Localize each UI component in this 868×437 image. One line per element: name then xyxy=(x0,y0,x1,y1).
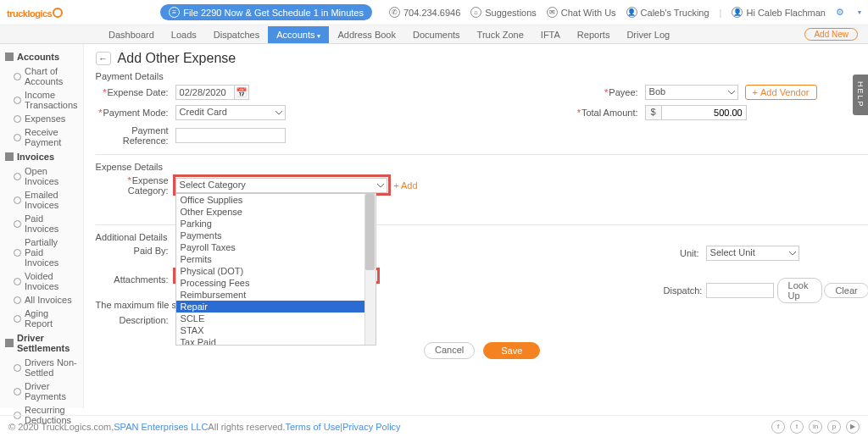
nav-documents[interactable]: Documents xyxy=(404,26,469,43)
sidebar-item-all-invoices[interactable]: All Invoices xyxy=(0,293,83,307)
nav-accounts[interactable]: Accounts xyxy=(268,26,329,43)
plus-icon: + xyxy=(753,87,758,97)
facebook-icon[interactable]: f xyxy=(771,420,785,434)
bullet-icon xyxy=(14,134,21,141)
company-link[interactable]: 👤Caleb's Trucking xyxy=(626,7,709,18)
label-category: Expense Category: xyxy=(96,175,175,196)
save-button[interactable]: Save xyxy=(483,342,540,359)
settings-icon[interactable]: ⚙ xyxy=(836,7,848,19)
label-attachments: Attachments: xyxy=(96,274,175,285)
sidebar-group-accounts[interactable]: Accounts xyxy=(0,49,83,64)
look-up-button[interactable]: Look Up xyxy=(777,278,822,303)
footer: © 2020 TruckLogics.com, SPAN Enterprises… xyxy=(0,415,868,437)
sidebar-group-invoices[interactable]: Invoices xyxy=(0,149,83,164)
category-dropdown-list[interactable]: Office SuppliesOther ExpenseParkingPayme… xyxy=(175,193,376,346)
group-icon xyxy=(5,339,14,347)
label-dispatch: Dispatch: xyxy=(664,285,706,296)
dispatch-input[interactable] xyxy=(706,283,774,298)
file-2290-button[interactable]: ≡File 2290 Now & Get Schedule 1 in Minut… xyxy=(160,4,372,20)
category-option-processing-fees[interactable]: Processing Fees xyxy=(176,277,376,289)
expense-category-select[interactable]: Select Category xyxy=(175,178,387,193)
nav-dispatches[interactable]: Dispatches xyxy=(205,26,268,43)
category-option-payments[interactable]: Payments xyxy=(176,230,376,241)
group-icon xyxy=(5,152,14,161)
sidebar-item-partially-paid-invoices[interactable]: Partially Paid Invoices xyxy=(0,235,83,269)
privacy-link[interactable]: Privacy Policy xyxy=(342,422,400,432)
sidebar-group-driver-settlements[interactable]: Driver Settlements xyxy=(0,330,83,356)
chat-icon: ✉ xyxy=(547,7,558,18)
sidebar-item-receive-payment[interactable]: Receive Payment xyxy=(0,125,83,149)
linkedin-icon[interactable]: in xyxy=(809,420,822,434)
bullet-icon xyxy=(14,249,21,257)
category-option-scle[interactable]: SCLE xyxy=(176,313,376,324)
dropdown-scrollbar[interactable] xyxy=(364,194,376,345)
category-option-payroll-taxes[interactable]: Payroll Taxes xyxy=(176,241,376,253)
nav-driver-log[interactable]: Driver Log xyxy=(618,26,678,43)
pinterest-icon[interactable]: p xyxy=(827,420,841,434)
total-amount-input[interactable] xyxy=(662,105,747,120)
sidebar-item-voided-invoices[interactable]: Voided Invoices xyxy=(0,269,83,293)
category-option-physical-dot-[interactable]: Physical (DOT) xyxy=(176,265,376,277)
help-tab[interactable]: HELP xyxy=(853,75,868,115)
add-new-button[interactable]: Add New xyxy=(804,28,858,41)
youtube-icon[interactable]: ▶ xyxy=(846,420,860,434)
sidebar-item-income-transactions[interactable]: Income Transactions xyxy=(0,88,83,112)
sidebar-item-chart-of-accounts[interactable]: Chart of Accounts xyxy=(0,64,83,88)
terms-link[interactable]: Terms of Use xyxy=(285,422,340,432)
category-option-tax-paid[interactable]: Tax Paid xyxy=(176,336,376,346)
sidebar-item-driver-payments[interactable]: Driver Payments xyxy=(0,379,83,403)
logo[interactable]: trucklogics xyxy=(7,5,63,20)
plus-icon: + xyxy=(394,180,399,191)
suggestions-link[interactable]: ☼Suggestions xyxy=(470,7,537,18)
payee-select[interactable]: Bob xyxy=(645,85,738,100)
user-greeting[interactable]: 👤Hi Caleb Flachman xyxy=(732,7,826,18)
nav-truck-zone[interactable]: Truck Zone xyxy=(469,26,532,43)
calendar-icon[interactable]: 📅 xyxy=(234,85,249,100)
category-option-permits[interactable]: Permits xyxy=(176,253,376,265)
category-option-repair[interactable]: Repair xyxy=(176,301,376,313)
nav-dashboard[interactable]: Dashboard xyxy=(100,26,163,43)
category-option-parking[interactable]: Parking xyxy=(176,218,376,230)
category-option-reimbursement[interactable]: Reimbursement xyxy=(176,289,376,301)
nav-loads[interactable]: Loads xyxy=(163,26,205,43)
category-option-other-expense[interactable]: Other Expense xyxy=(176,206,376,218)
sidebar-item-drivers-non-settled[interactable]: Drivers Non-Settled xyxy=(0,356,83,379)
group-icon xyxy=(5,53,14,61)
sidebar-item-open-invoices[interactable]: Open Invoices xyxy=(0,164,83,188)
add-category-button[interactable]: +Add xyxy=(394,180,418,191)
settings-chevron-icon[interactable]: ▾ xyxy=(858,8,861,16)
nav-ifta[interactable]: IFTA xyxy=(532,26,569,43)
bullet-icon xyxy=(14,278,21,285)
sidebar-item-aging-report[interactable]: Aging Report xyxy=(0,307,83,330)
unit-select[interactable]: Select Unit xyxy=(706,246,799,261)
page-title: Add Other Expense xyxy=(118,51,236,66)
payment-mode-select[interactable]: Credit Card xyxy=(175,105,286,120)
bullet-icon xyxy=(14,97,21,104)
label-expense-date: Expense Date: xyxy=(96,87,175,97)
twitter-icon[interactable]: t xyxy=(790,420,804,434)
back-button[interactable]: ← xyxy=(96,52,111,65)
content-area: ← Add Other Expense Payment Details Expe… xyxy=(84,44,868,408)
sidebar-item-emailed-invoices[interactable]: Emailed Invoices xyxy=(0,188,83,212)
sidebar-item-expenses[interactable]: Expenses xyxy=(0,112,83,125)
span-enterprises-link[interactable]: SPAN Enterprises LLC xyxy=(114,422,208,432)
payment-reference-input[interactable] xyxy=(175,128,286,143)
nav-reports[interactable]: Reports xyxy=(569,26,619,43)
bullet-icon xyxy=(14,73,21,80)
section-payment-details: Payment Details xyxy=(96,71,868,81)
section-expense-details: Expense Details xyxy=(96,162,868,172)
nav-address-book[interactable]: Address Book xyxy=(329,26,403,43)
clear-button[interactable]: Clear xyxy=(824,283,868,298)
category-option-office-supplies[interactable]: Office Supplies xyxy=(176,194,376,206)
chat-link[interactable]: ✉Chat With Us xyxy=(547,7,616,18)
sidebar-item-paid-invoices[interactable]: Paid Invoices xyxy=(0,212,83,235)
category-option-stax[interactable]: STAX xyxy=(176,324,376,336)
bullet-icon xyxy=(14,296,21,304)
dropdown-scroll-thumb[interactable] xyxy=(365,194,375,270)
logo-loop-icon xyxy=(53,8,63,18)
cancel-button[interactable]: Cancel xyxy=(424,342,475,359)
phone-link[interactable]: ✆704.234.6946 xyxy=(389,7,460,18)
add-vendor-button[interactable]: +Add Vendor xyxy=(745,85,817,100)
expense-date-input[interactable] xyxy=(175,85,235,100)
bullet-icon xyxy=(14,315,21,323)
